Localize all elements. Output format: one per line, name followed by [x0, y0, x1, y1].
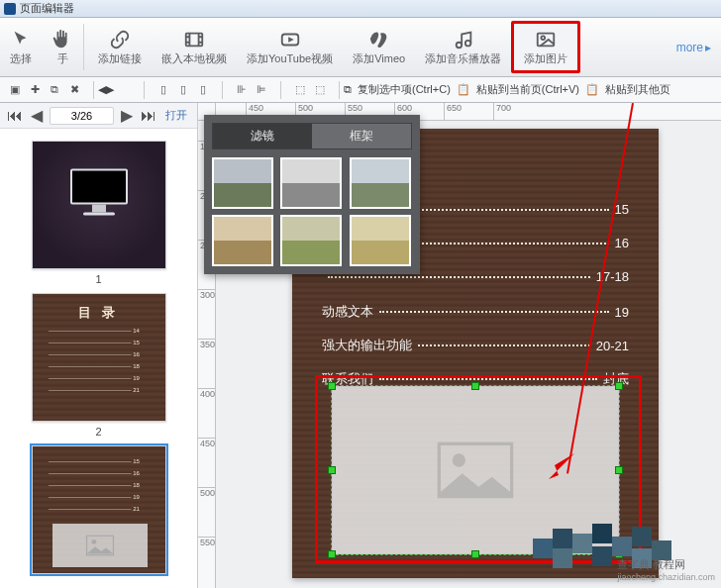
- group-button[interactable]: ⬚: [291, 81, 309, 99]
- app-icon: [4, 3, 16, 15]
- align-center-button[interactable]: ▯: [174, 81, 192, 99]
- annotation-arrowhead: [545, 451, 578, 485]
- last-page-button[interactable]: ⏭: [140, 107, 157, 125]
- watermark: 查字典 教程网 jiaocheng.chazidian.com: [617, 557, 715, 582]
- add-link-tool[interactable]: 添加链接: [83, 24, 152, 70]
- filter-option-3[interactable]: [350, 157, 411, 209]
- layer-add-button[interactable]: ✚: [26, 81, 44, 99]
- cursor-icon: [10, 28, 32, 51]
- next-page-button-side[interactable]: ▶: [118, 107, 136, 125]
- add-vimeo-tool[interactable]: 添加Vimeo: [343, 24, 415, 70]
- titlebar: 页面编辑器: [0, 0, 721, 18]
- paste-icon: 📋: [457, 83, 470, 95]
- hand-tool[interactable]: 手: [42, 24, 83, 70]
- distribute-h-button[interactable]: ⊪: [233, 81, 251, 99]
- filter-option-6[interactable]: [350, 215, 411, 266]
- toc-row: 动感文本19: [322, 303, 629, 321]
- filter-option-5[interactable]: [280, 215, 342, 266]
- add-youtube-tool[interactable]: 添加YouTube视频: [237, 24, 343, 70]
- align-right-button[interactable]: ▯: [194, 81, 212, 99]
- filter-panel: 滤镜 框架: [204, 115, 420, 274]
- sidebar-nav: ⏮ ◀ 3/26 ▶ ⏭ 打开: [0, 103, 197, 129]
- layer-up-button[interactable]: ▣: [6, 81, 24, 99]
- align-left-button[interactable]: ▯: [154, 81, 172, 99]
- svg-rect-4: [538, 34, 555, 47]
- page-indicator[interactable]: 3/26: [50, 107, 114, 125]
- select-tool[interactable]: 选择: [0, 24, 42, 70]
- distribute-v-button[interactable]: ⊫: [253, 81, 270, 99]
- prev-page-button[interactable]: ◀: [98, 83, 106, 96]
- paste-icon: 📋: [585, 83, 599, 95]
- film-icon: [161, 28, 227, 51]
- ungroup-button[interactable]: ⬚: [311, 81, 329, 99]
- page-sidebar: ⏮ ◀ 3/26 ▶ ⏭ 打开 1 目 录 —————————————— 14 …: [0, 103, 198, 588]
- next-page-button[interactable]: ▶: [106, 83, 114, 96]
- add-image-tool[interactable]: 添加图片: [511, 21, 580, 73]
- svg-point-5: [542, 36, 546, 40]
- hand-icon: [52, 28, 73, 51]
- link-icon: [98, 28, 142, 51]
- chevron-right-icon: ▸: [705, 41, 711, 54]
- image-icon: [524, 28, 567, 51]
- filter-grid: [212, 157, 412, 266]
- layer-delete-button[interactable]: ✖: [65, 81, 83, 99]
- svg-rect-0: [186, 34, 203, 47]
- filter-option-2[interactable]: [280, 157, 342, 209]
- embed-local-video-tool[interactable]: 嵌入本地视频: [152, 24, 237, 70]
- canvas-area: 450500550600650700 150200250300350400450…: [198, 103, 721, 588]
- youtube-icon: [247, 28, 333, 51]
- main-area: ⏮ ◀ 3/26 ▶ ⏭ 打开 1 目 录 —————————————— 14 …: [0, 103, 721, 588]
- thumbnail-list: 1 目 录 —————————————— 14 —————————————— 1…: [0, 129, 197, 588]
- prev-page-button-side[interactable]: ◀: [28, 107, 46, 125]
- filter-option-1[interactable]: [212, 157, 273, 209]
- copy-icon: ⧉: [344, 83, 352, 95]
- first-page-button[interactable]: ⏮: [6, 107, 24, 125]
- filter-tab[interactable]: 滤镜: [213, 124, 312, 148]
- paste-other-button[interactable]: 📋粘贴到其他页: [585, 82, 676, 97]
- frame-tab[interactable]: 框架: [312, 124, 411, 148]
- edit-toolbar: ▣ ✚ ⧉ ✖ ◀ ▶ ▯ ▯ ▯ ⊪ ⊫ ⬚ ⬚ ⧉复制选中项(Ctrl+C)…: [0, 77, 721, 103]
- svg-point-7: [91, 539, 96, 544]
- vimeo-icon: [353, 28, 405, 51]
- music-icon: [425, 28, 501, 51]
- thumbnail-2[interactable]: 目 录 —————————————— 14 —————————————— 15 …: [32, 293, 166, 438]
- app-title: 页面编辑器: [20, 1, 74, 16]
- thumbnail-1[interactable]: 1: [32, 141, 166, 285]
- toc-row: 强大的输出功能20-21: [322, 337, 629, 354]
- filter-option-4[interactable]: [212, 215, 273, 266]
- layer-copy-button[interactable]: ⧉: [46, 81, 63, 99]
- main-toolbar: 选择 手 添加链接 嵌入本地视频 添加YouTube视频 添加Vimeo 添加音…: [0, 18, 721, 77]
- copy-selection-button[interactable]: ⧉复制选中项(Ctrl+C): [344, 82, 457, 97]
- paste-current-button[interactable]: 📋粘贴到当前页(Ctrl+V): [457, 82, 585, 97]
- add-music-tool[interactable]: 添加音乐播放器: [415, 24, 511, 70]
- open-button[interactable]: 打开: [161, 108, 191, 123]
- thumbnail-3[interactable]: —————————————— 15 —————————————— 16 ————…: [32, 445, 166, 574]
- more-button[interactable]: more ▸: [676, 41, 721, 54]
